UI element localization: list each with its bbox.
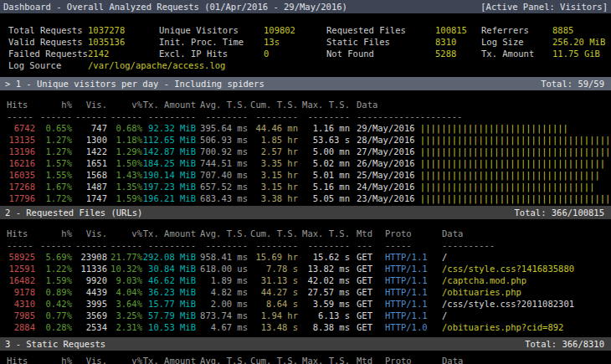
panel-header-unique-visitors[interactable]: > 1 - Unique visitors per day - Includin… xyxy=(0,77,611,90)
cell-vp: 3.64% xyxy=(107,298,142,310)
table-row[interactable]: 131351.27%13001.18%112.65 MiB506.93 ms1.… xyxy=(7,134,611,146)
divider: -------------------- xyxy=(357,110,611,122)
cell-vis: 1422 xyxy=(72,146,107,157)
bar-chart: |||||||||||||||||||||||||||||||||||| xyxy=(415,135,611,145)
cell-vp: 2.31% xyxy=(107,321,142,333)
cell-vp: 3.25% xyxy=(107,310,142,321)
col-header-hits: Hits xyxy=(7,228,35,239)
col-header-vis: Vis. xyxy=(72,228,107,239)
table-row[interactable]: 79850.77%35693.25%57.79 MiB873.74 ms1.94… xyxy=(7,310,611,321)
cell-hp: 1.57% xyxy=(35,157,72,169)
panel-total-badge: Total: 366/8310 xyxy=(525,338,604,350)
table-row[interactable]: 172681.67%14871.35%197.23 MiB657.52 ms3.… xyxy=(7,181,611,192)
panel-header-static-requests[interactable]: 3 - Static Requests Total: 366/8310 xyxy=(0,337,611,351)
cell-vis: 1747 xyxy=(72,192,107,204)
cell-mtd: GET xyxy=(357,251,385,263)
col-header-vp: v% xyxy=(107,99,142,110)
panel-header-requested-files[interactable]: 2 - Requested Files (URLs) Total: 366/10… xyxy=(0,206,611,219)
summary-label: Total Requests xyxy=(8,24,88,36)
divider: -------- xyxy=(298,239,350,251)
table-row[interactable]: 160351.55%15681.43%190.14 MiB707.40 ms3.… xyxy=(7,169,611,181)
cell-vp: 1.50% xyxy=(107,157,142,169)
cell-hp: 1.55% xyxy=(35,169,72,181)
bar-chart: ||||||||||||||||||||||||||||||||||| xyxy=(415,158,606,168)
cell-vp: 21.77% xyxy=(107,251,142,263)
divider: --- xyxy=(357,239,385,251)
cell-avg: 700.92 ms xyxy=(196,146,248,157)
table-row[interactable]: 125911.22%1133610.32%30.84 MiB618.00 us7… xyxy=(7,263,611,274)
cell-cum: 31.13 s xyxy=(248,274,298,286)
summary-value: 13s xyxy=(264,36,326,48)
table-row[interactable]: 28840.28%25342.31%10.53 MiB4.67 ms13.48 … xyxy=(7,321,611,333)
unique-visitors-table: Hitsh%Vis.v%Tx. AmountAvg. T.S.Cum. T.S.… xyxy=(7,99,611,204)
cell-hp: 5.69% xyxy=(35,251,72,263)
summary-section: Total Requests1037278Unique Visitors1098… xyxy=(8,24,611,71)
divider: ------ xyxy=(35,239,72,251)
cell-tx: 30.84 MiB xyxy=(142,263,196,274)
cell-hp: 1.59% xyxy=(35,274,72,286)
cell-tx: 10.53 MiB xyxy=(142,321,196,333)
cell-cum: 3.15 hr xyxy=(248,169,298,181)
cell-vp: 1.43% xyxy=(107,169,142,181)
divider: -------- xyxy=(196,110,248,122)
cell-hits: 58925 xyxy=(7,251,35,263)
table-row[interactable]: 177961.72%17471.59%196.21 MiB683.43 ms3.… xyxy=(7,192,611,204)
header-divider-row: ----------------------------------------… xyxy=(7,239,611,251)
table-row[interactable]: 131961.27%14221.29%142.87 MiB700.92 ms2.… xyxy=(7,146,611,157)
cell-tx: 57.79 MiB xyxy=(142,310,196,321)
summary-label: Not Found xyxy=(326,48,435,59)
cell-vis: 3995 xyxy=(72,298,107,310)
col-header-tx: Tx. Amount xyxy=(142,99,196,110)
date-label: 28/May/2016 xyxy=(357,135,415,145)
cell-hits: 17268 xyxy=(7,181,35,192)
summary-label: Log Size xyxy=(481,36,552,48)
divider: ----- xyxy=(7,239,35,251)
titlebar: Dashboard - Overall Analyzed Requests (0… xyxy=(0,0,611,13)
cell-max: 5.02 mn xyxy=(298,157,350,169)
summary-value: 1037278 xyxy=(88,24,159,36)
cell-hp: 0.89% xyxy=(35,286,72,298)
cell-hits: 13196 xyxy=(7,146,35,157)
table-row[interactable]: 164821.59%99209.03%46.62 MiB1.89 ms31.13… xyxy=(7,274,611,286)
table-row[interactable]: 162161.57%16511.50%184.25 MiB744.51 ms3.… xyxy=(7,157,611,169)
cell-vis: 1300 xyxy=(72,134,107,146)
summary-value: 8885 xyxy=(552,24,573,36)
table-row[interactable]: 67420.65%7470.68%92.32 MiB395.64 ms44.46… xyxy=(7,122,611,134)
bar-chart: ||||||||||||||||||||||||||||||||| xyxy=(415,182,595,192)
cell-cum: 2.57 hr xyxy=(248,146,298,157)
col-header-max: Max. T.S. xyxy=(298,99,350,110)
table-row[interactable]: 589255.69%2390821.77%292.08 MiB958.41 ms… xyxy=(7,251,611,263)
table-row[interactable]: 43100.42%39953.64%15.77 MiB2.00 ms8.64 s… xyxy=(7,298,611,310)
cell-max: 6.13 s xyxy=(298,310,350,321)
cell-data: 26/May/2016 ||||||||||||||||||||||||||||… xyxy=(357,157,611,169)
cell-cum: 15.69 hr xyxy=(248,251,298,263)
cell-vis: 3569 xyxy=(72,310,107,321)
column-header-row: Hitsh%Vis.v%Tx. AmountAvg. T.S.Cum. T.S.… xyxy=(7,99,611,110)
summary-label: Excl. IP Hits xyxy=(159,48,264,59)
divider: -------- xyxy=(248,110,298,122)
table-row[interactable]: 91780.89%44394.04%36.23 MiB4.82 ms44.27 … xyxy=(7,286,611,298)
summary-label: Static Files xyxy=(326,36,435,48)
col-header-hp: h% xyxy=(35,99,72,110)
col-header-data: Data xyxy=(442,355,611,364)
column-header-row: Hitsh%Vis.v%Tx. AmountAvg. T.S.Cum. T.S.… xyxy=(7,355,611,364)
cell-data: /captcha.mod.php xyxy=(442,274,611,286)
summary-value: 256.20 MiB xyxy=(552,36,605,48)
col-header-hp: h% xyxy=(35,355,72,364)
cell-cum: 1.94 hr xyxy=(248,310,298,321)
summary-label: Valid Requests xyxy=(8,36,88,48)
cell-hits: 7985 xyxy=(7,310,35,321)
summary-label: Tx. Amount xyxy=(481,48,552,59)
cell-hp: 0.42% xyxy=(35,298,72,310)
cell-cum: 7.78 s xyxy=(248,263,298,274)
col-header-cum: Cum. T.S. xyxy=(248,99,298,110)
col-header-proto: Proto xyxy=(385,355,442,364)
cell-data: /css/style.css?2011082301 xyxy=(442,298,611,310)
cell-avg: 958.41 ms xyxy=(196,251,248,263)
col-header-hits: Hits xyxy=(7,99,35,110)
date-label: 26/May/2016 xyxy=(357,158,415,168)
cell-cum: 3.35 hr xyxy=(248,157,298,169)
requested-files-table: Hitsh%Vis.v%Tx. AmountAvg. T.S.Cum. T.S.… xyxy=(7,228,611,333)
cell-avg: 744.51 ms xyxy=(196,157,248,169)
cell-hits: 13135 xyxy=(7,134,35,146)
